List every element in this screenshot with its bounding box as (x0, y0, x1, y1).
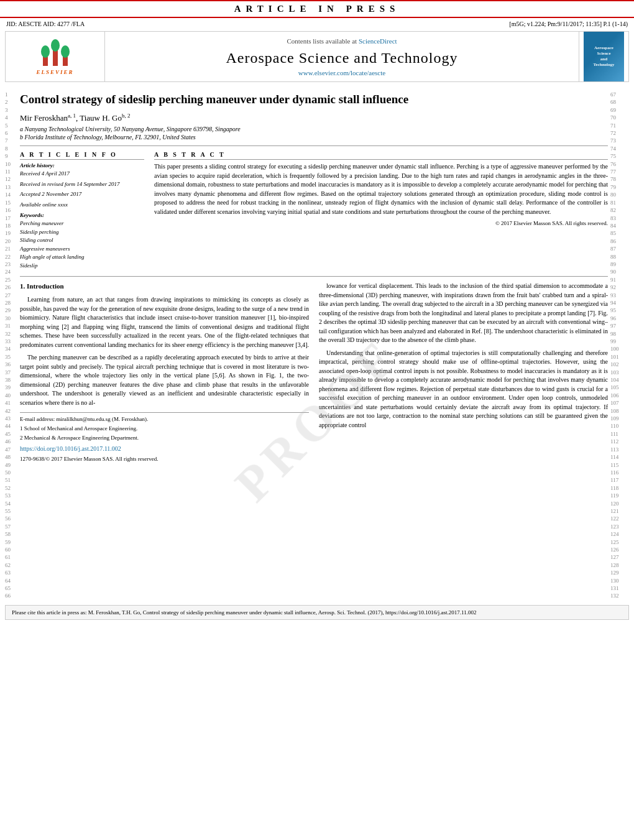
line-number: 84 (610, 222, 629, 229)
line-number: 75 (610, 152, 629, 160)
available-online: Available online xxxx (20, 201, 144, 209)
line-number: 68 (610, 98, 629, 106)
line-number: 16 (5, 206, 17, 214)
line-number: 37 (5, 369, 17, 376)
line-number: 32 (5, 330, 17, 338)
journal-url: www.elsevier.com/locate/aescte (298, 69, 385, 76)
line-number: 82 (610, 206, 629, 214)
article-in-press-banner: ARTICLE IN PRESS (0, 0, 634, 18)
line-number: 19 (5, 229, 17, 237)
line-number: 94 (610, 299, 629, 307)
line-number: 6 (5, 129, 17, 137)
line-number: 119 (610, 492, 629, 499)
line-number: 118 (610, 484, 629, 492)
main-content: Control strategy of sideslip perching ma… (17, 85, 610, 600)
author-go: , Tiauw H. Go (76, 113, 122, 122)
line-number: 74 (610, 145, 629, 152)
journal-title: Aerospace Science and Technology (226, 50, 457, 67)
line-number: 2 (5, 98, 17, 106)
line-number: 110 (610, 422, 629, 430)
journal-header-main: Contents lists available at ScienceDirec… (105, 32, 579, 81)
line-number: 76 (610, 160, 629, 168)
divider-2 (20, 276, 608, 277)
svg-point-3 (41, 45, 50, 58)
line-number: 127 (610, 553, 629, 561)
divider (20, 145, 608, 146)
keyword-1: Perching maneuver (20, 219, 144, 228)
article-info-header: A R T I C L E I N F O (20, 151, 144, 160)
line-number: 65 (5, 584, 17, 592)
journal-header: ELSEVIER Contents lists available at Sci… (5, 31, 629, 82)
line-number: 13 (5, 183, 17, 191)
abstract-col: A B S T R A C T This paper presents a sl… (154, 151, 608, 270)
line-number: 53 (5, 492, 17, 499)
doi-link[interactable]: https://doi.org/10.1016/j.ast.2017.11.00… (20, 445, 309, 454)
footnote-area: E-mail address: miralilkhun@ntu.edu.sg (… (20, 412, 309, 463)
line-number: 35 (5, 353, 17, 361)
line-number: 99 (610, 338, 629, 345)
line-number: 56 (5, 515, 17, 522)
line-number: 29 (5, 307, 17, 314)
line-number: 81 (610, 199, 629, 206)
affiliation-b: b Florida Institute of Technology, Melbo… (20, 134, 608, 141)
line-number: 8 (5, 145, 17, 152)
line-number: 124 (610, 530, 629, 538)
line-number: 5 (5, 122, 17, 129)
line-number: 85 (610, 229, 629, 237)
line-number: 106 (610, 392, 629, 399)
line-number: 50 (5, 469, 17, 476)
line-number: 25 (5, 276, 17, 284)
keyword-4: Aggressive maneuvers (20, 245, 144, 254)
intro-para-2: The perching maneuver can be described a… (20, 353, 309, 407)
citation-bar: Please cite this article in press as: M.… (5, 605, 629, 620)
meta-top: JID: AESCTE AID: 4277 /FLA [m5G; v1.224;… (0, 19, 634, 29)
line-number: 31 (5, 322, 17, 330)
received-revised: Received in revised form 14 September 20… (20, 180, 144, 188)
line-number: 57 (5, 523, 17, 530)
line-number: 33 (5, 338, 17, 345)
email-footnote: E-mail address: miralilkhun@ntu.edu.sg (… (20, 415, 309, 423)
line-number: 1 (5, 91, 17, 98)
line-number: 17 (5, 215, 17, 222)
line-number: 20 (5, 238, 17, 245)
line-number: 113 (610, 446, 629, 453)
line-number: 66 (5, 592, 17, 599)
line-number: 21 (5, 245, 17, 252)
svg-point-5 (61, 45, 70, 58)
page-container: 1234567891011121314151617181920212223242… (5, 85, 629, 600)
article-info-abstract: A R T I C L E I N F O Article history: R… (20, 151, 608, 270)
accepted: Accepted 2 November 2017 (20, 190, 144, 198)
line-number: 114 (610, 453, 629, 461)
line-number: 7 (5, 137, 17, 144)
keyword-3: Sliding control (20, 236, 144, 245)
line-number: 121 (610, 507, 629, 515)
line-number: 115 (610, 461, 629, 469)
line-number: 28 (5, 299, 17, 307)
line-number: 49 (5, 461, 17, 469)
line-number: 52 (5, 484, 17, 492)
author-b-sup: b, 2 (122, 113, 131, 119)
line-number: 129 (610, 569, 629, 576)
line-number: 36 (5, 361, 17, 368)
line-number: 61 (5, 553, 17, 561)
svg-rect-2 (63, 57, 68, 66)
line-number: 30 (5, 315, 17, 322)
line-number: 86 (610, 238, 629, 245)
line-number: 101 (610, 353, 629, 361)
line-number: 54 (5, 500, 17, 507)
footnote-1: 1 School of Mechanical and Aerospace Eng… (20, 425, 309, 433)
line-number: 105 (610, 384, 629, 391)
line-number: 128 (610, 561, 629, 569)
line-number: 48 (5, 453, 17, 461)
sciencedirect-link[interactable]: ScienceDirect (359, 37, 397, 45)
affiliation-a: a Nanyang Technological University, 50 N… (20, 126, 608, 132)
line-number: 123 (610, 523, 629, 530)
line-number: 131 (610, 584, 629, 592)
line-number: 102 (610, 361, 629, 368)
line-number: 22 (5, 253, 17, 261)
keywords-list: Perching maneuver Sideslip perching Slid… (20, 219, 144, 270)
line-number: 77 (610, 168, 629, 175)
line-number: 15 (5, 199, 17, 206)
line-number: 67 (610, 91, 629, 98)
line-number: 45 (5, 430, 17, 438)
